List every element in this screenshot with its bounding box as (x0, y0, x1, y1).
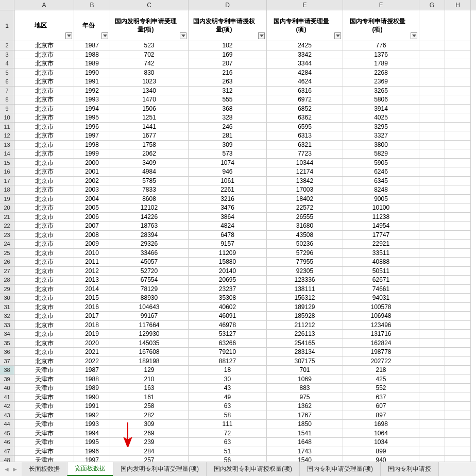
cell[interactable]: 22921 (343, 240, 419, 249)
cell[interactable]: 2013 (74, 276, 110, 285)
cell[interactable] (445, 285, 471, 294)
cell[interactable] (419, 185, 445, 195)
cell[interactable] (419, 113, 445, 123)
sheet-tab[interactable]: 国内发明专利申请授权量(项) (206, 462, 300, 476)
header-cell-d[interactable]: 国内发明专利申请授权量(项) (189, 10, 267, 41)
cell[interactable]: 2261 (189, 185, 267, 195)
cell[interactable]: 3344 (267, 59, 343, 69)
cell[interactable]: 67554 (110, 276, 189, 285)
cell[interactable]: 309 (189, 141, 267, 150)
cell[interactable]: 45057 (110, 258, 189, 267)
cell[interactable] (419, 411, 445, 420)
cell[interactable]: 1074 (189, 159, 267, 168)
cell[interactable] (419, 258, 445, 267)
row-number[interactable]: 26 (0, 258, 14, 267)
cell[interactable] (419, 312, 445, 321)
cell[interactable]: 29326 (110, 240, 189, 249)
cell[interactable] (419, 177, 445, 186)
cell[interactable]: 天津市 (14, 393, 74, 402)
cell[interactable]: 33511 (343, 249, 419, 258)
cell[interactable] (445, 348, 471, 357)
cell[interactable]: 211212 (267, 321, 343, 330)
cell[interactable] (445, 402, 471, 411)
cell[interactable]: 425 (343, 375, 419, 384)
cell[interactable] (445, 330, 471, 339)
row-number[interactable]: 8 (0, 95, 14, 105)
cell[interactable]: 309 (110, 420, 189, 429)
cell[interactable] (445, 159, 471, 168)
cell[interactable]: 18763 (110, 222, 189, 231)
cell[interactable]: 99167 (110, 312, 189, 321)
filter-dropdown-icon[interactable] (258, 32, 265, 39)
cell[interactable] (419, 267, 445, 276)
cell[interactable]: 281 (189, 131, 267, 141)
cell[interactable] (419, 213, 445, 222)
cell[interactable]: 702 (110, 50, 189, 60)
row-number[interactable]: 45 (0, 429, 14, 438)
cell[interactable]: 46091 (189, 312, 267, 321)
cell[interactable] (419, 366, 445, 375)
header-cell-g[interactable] (419, 10, 445, 41)
cell[interactable]: 6972 (267, 95, 343, 105)
header-cell-e[interactable]: 国内专利申请受理量(项) (267, 10, 343, 41)
cell[interactable]: 北京市 (14, 159, 74, 168)
row-number[interactable]: 25 (0, 249, 14, 258)
cell[interactable]: 5785 (110, 177, 189, 186)
cell[interactable] (445, 249, 471, 258)
cell[interactable]: 169 (189, 50, 267, 60)
cell[interactable]: 1992 (74, 411, 110, 420)
cell[interactable]: 3864 (189, 213, 267, 222)
cell[interactable]: 1994 (74, 105, 110, 114)
column-header-H[interactable]: H (445, 0, 471, 10)
cell[interactable]: 6595 (267, 123, 343, 132)
cell[interactable]: 3914 (343, 105, 419, 114)
sheet-tab[interactable]: 国内专利申请授 (380, 462, 439, 476)
cell[interactable]: 2009 (74, 240, 110, 249)
cell[interactable] (445, 59, 471, 69)
filter-dropdown-icon[interactable] (180, 32, 186, 39)
sheet-tab[interactable]: 国内专利申请受理量(项) (299, 462, 381, 476)
cell[interactable]: 北京市 (14, 339, 74, 348)
cell[interactable]: 1789 (343, 59, 419, 69)
header-cell-h[interactable] (445, 10, 471, 41)
cell[interactable]: 258 (110, 402, 189, 411)
cell[interactable] (419, 77, 445, 87)
header-cell-c[interactable]: 国内发明专利申请受理量(项) (110, 10, 189, 41)
row-number[interactable]: 44 (0, 420, 14, 429)
cell[interactable]: 2012 (74, 267, 110, 276)
filter-dropdown-icon[interactable] (411, 32, 417, 39)
row-number[interactable]: 2 (0, 41, 14, 50)
cell[interactable] (445, 384, 471, 393)
filter-dropdown-icon[interactable] (101, 32, 108, 39)
cell[interactable]: 1061 (189, 177, 267, 186)
cell[interactable]: 天津市 (14, 384, 74, 393)
cell[interactable]: 53127 (189, 330, 267, 339)
cell[interactable]: 94031 (343, 294, 419, 303)
cell[interactable]: 北京市 (14, 185, 74, 195)
cell[interactable] (445, 312, 471, 321)
cell[interactable]: 2005 (74, 203, 110, 213)
cell[interactable]: 3265 (343, 87, 419, 96)
cell[interactable]: 1994 (74, 429, 110, 438)
cell[interactable]: 1743 (267, 447, 343, 456)
cell[interactable] (445, 321, 471, 330)
cell[interactable]: 1506 (110, 105, 189, 114)
cell[interactable]: 北京市 (14, 141, 74, 150)
tab-nav-prev-icon[interactable]: ◄ (3, 465, 10, 474)
cell[interactable]: 3476 (189, 203, 267, 213)
cell[interactable]: 1023 (110, 77, 189, 87)
cell[interactable]: 283134 (267, 348, 343, 357)
sheet-tab[interactable]: 国内发明专利申请受理量(项) (113, 462, 207, 476)
cell[interactable]: 天津市 (14, 366, 74, 375)
cell[interactable]: 18 (189, 366, 267, 375)
cell[interactable]: 北京市 (14, 149, 74, 159)
row-number[interactable]: 4 (0, 59, 14, 69)
cell[interactable]: 4284 (267, 69, 343, 78)
cell[interactable]: 607 (343, 402, 419, 411)
cell[interactable]: 8248 (343, 185, 419, 195)
cell[interactable]: 218 (343, 366, 419, 375)
cell[interactable] (445, 375, 471, 384)
cell[interactable]: 6246 (343, 167, 419, 177)
cell[interactable]: 129930 (110, 330, 189, 339)
cell[interactable]: 5905 (343, 159, 419, 168)
